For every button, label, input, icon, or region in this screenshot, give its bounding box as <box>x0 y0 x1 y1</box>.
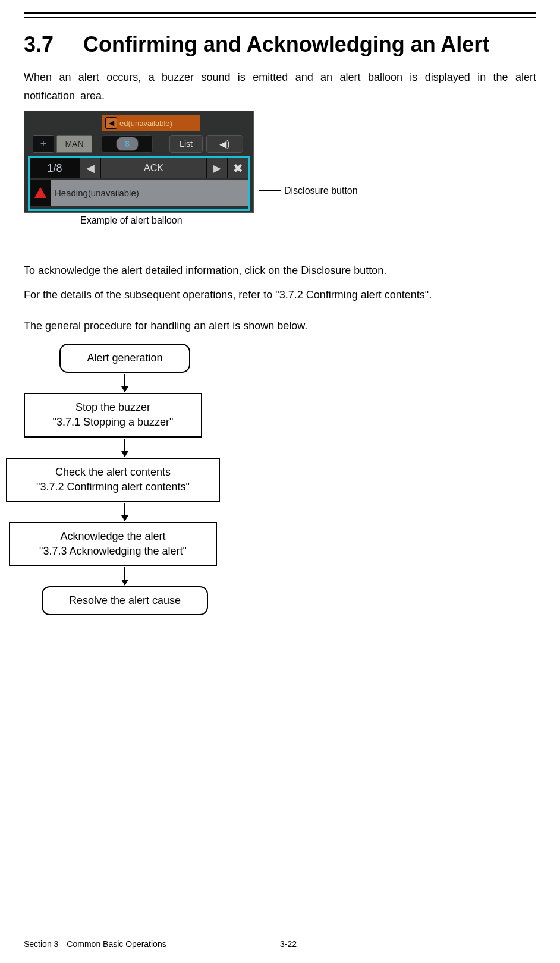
footer-section: Section 3 Common Basic Operations <box>24 939 280 949</box>
footer-page-number: 3-22 <box>280 939 297 949</box>
alert-count-badge: 8 <box>102 135 153 153</box>
disclosure-annotation: Disclosure button <box>259 185 358 196</box>
alert-triangle-icon <box>30 180 51 206</box>
close-balloon-button[interactable]: ✖ <box>227 158 248 178</box>
ack-paragraph-2: For the details of the subsequent operat… <box>24 286 536 304</box>
alert-count: 8 <box>116 137 139 151</box>
ack-button[interactable]: ACK <box>100 158 207 178</box>
flow-arrow-icon <box>124 439 125 457</box>
top-alert-pill: ◀ ed(unavailable) <box>102 115 200 131</box>
heading-number: 3.7 <box>24 32 83 57</box>
screenshot-wrapper: ◀ ed(unavailable) + MAN 8 List ◀) 1/8 ◀ … <box>24 111 536 213</box>
balloon-toolbar: 1/8 ◀ ACK ▶ ✖ <box>30 158 248 178</box>
page: 3.7 Confirming and Acknowledging an Aler… <box>0 0 560 963</box>
flow-stop-buzzer: Stop the buzzer "3.7.1 Stopping a buzzer… <box>24 393 202 437</box>
alert-flowchart: Alert generation Stop the buzzer "3.7.1 … <box>24 344 226 616</box>
flow-arrow-icon <box>124 567 125 585</box>
flow-arrow-icon <box>124 503 125 521</box>
flow-acknowledge-title: Acknowledge the alert <box>21 529 205 544</box>
alert-message: Heading(unavailable) <box>51 180 248 206</box>
flow-resolve: Resolve the alert cause <box>42 586 208 615</box>
plus-button[interactable]: + <box>33 135 54 153</box>
annotation-label: Disclosure button <box>284 185 358 196</box>
man-tab[interactable]: MAN <box>56 135 92 153</box>
ack-paragraph-1: To acknowledge the alert detailed inform… <box>24 262 536 280</box>
list-button[interactable]: List <box>169 135 203 153</box>
disclosure-button[interactable]: ▶ <box>207 158 227 178</box>
flow-acknowledge-ref: "3.7.3 Acknowledging the alert" <box>21 544 205 559</box>
flow-check-contents: Check the alert contents "3.7.2 Confirmi… <box>6 458 220 502</box>
screenshot-caption: Example of alert balloon <box>80 215 536 226</box>
balloon-content: Heading(unavailable) <box>30 180 248 206</box>
alert-balloon-screenshot: ◀ ed(unavailable) + MAN 8 List ◀) 1/8 ◀ … <box>24 111 254 213</box>
prev-alert-button[interactable]: ◀ <box>80 158 100 178</box>
alert-balloon: 1/8 ◀ ACK ▶ ✖ Heading(unavailable) <box>28 156 250 211</box>
top-rule <box>24 12 536 18</box>
flow-arrow-icon <box>124 374 125 392</box>
page-footer: Section 3 Common Basic Operations 3-22 <box>24 939 536 949</box>
intro-paragraph: When an alert occurs, a buzzer sound is … <box>24 68 536 105</box>
heading-title: Confirming and Acknowledging an Alert <box>83 31 489 58</box>
flow-check-contents-ref: "3.7.2 Confirming alert contents" <box>18 480 208 495</box>
flow-check-contents-title: Check the alert contents <box>18 465 208 480</box>
procedure-paragraph: The general procedure for handling an al… <box>24 317 536 335</box>
mute-icon: ◀ <box>105 117 117 129</box>
flow-acknowledge: Acknowledge the alert "3.7.3 Acknowledgi… <box>9 522 217 566</box>
sound-button[interactable]: ◀) <box>206 135 243 153</box>
flow-stop-buzzer-title: Stop the buzzer <box>36 400 190 415</box>
flow-alert-generation: Alert generation <box>59 344 190 373</box>
flow-stop-buzzer-ref: "3.7.1 Stopping a buzzer" <box>36 415 190 430</box>
section-heading: 3.7 Confirming and Acknowledging an Aler… <box>24 31 536 58</box>
alert-page-indicator: 1/8 <box>30 158 80 178</box>
top-alert-text: ed(unavailable) <box>119 119 172 128</box>
annotation-leader-line <box>259 190 281 191</box>
